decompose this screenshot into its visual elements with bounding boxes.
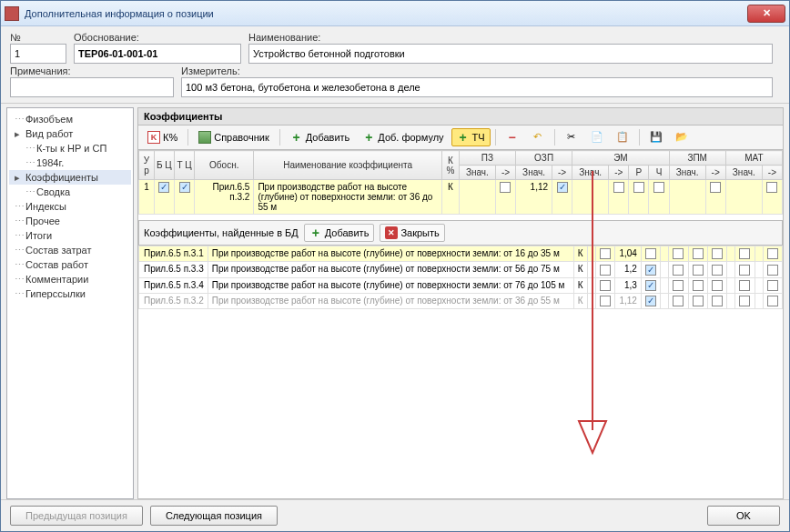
tch-button[interactable]: +ТЧ [451, 128, 491, 146]
table-row[interactable]: Прил.6.5 п.3.1 При производстве работ на… [139, 246, 783, 262]
name-label: Наименование: [248, 32, 773, 43]
no-input[interactable] [10, 44, 66, 64]
add-button[interactable]: +Добавить [285, 128, 356, 146]
app-icon [5, 6, 19, 21]
reference-button[interactable]: Справочник [193, 128, 275, 146]
tree-item[interactable]: Итоги [9, 228, 131, 243]
header-form: № Обоснование: Наименование: Примечания:… [1, 26, 789, 104]
footer: Предыдущая позиция Следующая позиция OK [1, 499, 789, 531]
tree-panel: ФизобъемВид работК-ты к НР и СП1984г.Коэ… [6, 107, 134, 499]
no-label: № [10, 32, 66, 43]
tree-item[interactable]: Физобъем [9, 112, 131, 126]
section-title: Коэффициенты [137, 107, 784, 125]
meas-label: Измеритель: [181, 65, 773, 76]
toolbar: KК% Справочник +Добавить +Доб. формулу +… [137, 125, 784, 150]
k-percent-button[interactable]: KК% [142, 128, 183, 146]
tree-item[interactable]: К-ты к НР и СП [9, 141, 131, 156]
delete-button[interactable]: − [501, 128, 524, 146]
prev-button[interactable]: Предыдущая позиция [10, 506, 143, 526]
notes-input[interactable] [10, 77, 174, 97]
undo-button[interactable]: ↶ [526, 128, 550, 146]
cut-button[interactable]: ✂ [560, 128, 583, 146]
meas-input[interactable] [181, 77, 773, 97]
table-row[interactable]: Прил.6.5 п.3.2 При производстве работ на… [139, 294, 783, 309]
db-add-button[interactable]: +Добавить [304, 224, 375, 242]
db-section-header: Коэффициенты, найденные в БД +Добавить ✕… [138, 220, 783, 246]
main-grid[interactable]: У рБ ЦТ Ц Обосн.Наименование коэффициент… [137, 150, 784, 499]
titlebar: Дополнительная информация о позиции ✕ [1, 1, 789, 26]
tree-item[interactable]: Вид работ [9, 126, 131, 141]
ok-button[interactable]: OK [707, 506, 780, 526]
tree-item[interactable]: Коэффициенты [9, 170, 131, 185]
db-title: Коэффициенты, найденные в БД [144, 227, 299, 238]
close-button[interactable]: ✕ [747, 5, 785, 23]
basis-input[interactable] [74, 44, 241, 64]
name-input[interactable] [248, 44, 773, 64]
db-close-button[interactable]: ✕Закрыть [380, 224, 444, 242]
tree-item[interactable]: Состав затрат [9, 243, 131, 257]
save-button[interactable]: 💾 [644, 128, 668, 146]
next-button[interactable]: Следующая позиция [150, 506, 278, 526]
window-title: Дополнительная информация о позиции [25, 8, 747, 19]
paste-button[interactable]: 📋 [611, 128, 634, 146]
tree-item[interactable]: Сводка [9, 185, 131, 199]
tree-item[interactable]: Гиперссылки [9, 286, 131, 301]
table-row[interactable]: Прил.6.5 п.3.4 При производстве работ на… [139, 277, 783, 293]
tree-item[interactable]: Прочее [9, 214, 131, 228]
tree-item[interactable]: Состав работ [9, 257, 131, 272]
add-formula-button[interactable]: +Доб. формулу [357, 128, 449, 146]
notes-label: Примечания: [10, 65, 174, 76]
table-row[interactable]: 1 Прил.6.5 п.3.2 При производстве работ … [139, 180, 783, 215]
basis-label: Обоснование: [74, 32, 241, 43]
tree-item[interactable]: 1984г. [9, 156, 131, 170]
tree-item[interactable]: Индексы [9, 199, 131, 214]
table-row[interactable]: Прил.6.5 п.3.3 При производстве работ на… [139, 262, 783, 277]
copy-button[interactable]: 📄 [585, 128, 609, 146]
open-button[interactable]: 📂 [670, 128, 694, 146]
tree-item[interactable]: Комментарии [9, 272, 131, 286]
